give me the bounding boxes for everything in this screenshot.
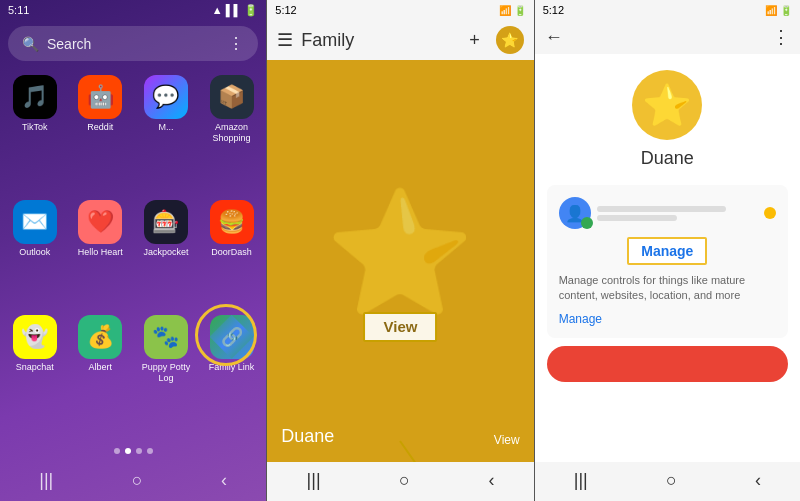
manage-label-box: Manage [627,237,707,265]
view-small-label[interactable]: View [494,433,520,447]
panel2-title: Family [301,30,461,51]
status-icons-3: 📶 🔋 [765,4,792,16]
view-button-label: View [384,318,418,335]
back-nav-icon[interactable]: ← [545,27,563,48]
battery-icon-3: 🔋 [780,5,792,16]
home-icon-3[interactable]: ○ [666,470,677,491]
more-options-icon[interactable]: ⋮ [772,26,790,48]
app-doordash[interactable]: 🍔 DoorDash [203,200,261,306]
app-grid: 🎵 TikTok 🤖 Reddit 💬 M... 📦 Amazon Shoppi… [0,67,266,440]
panel-1-home-screen: 5:11 ▲ ▌▌ 🔋 🔍 Search ⋮ 🎵 TikTok 🤖 Reddit… [0,0,266,501]
app-amazon[interactable]: 📦 Amazon Shopping [203,75,261,192]
plus-icon[interactable]: + [469,30,480,51]
panel-3-familylink-detail: 5:12 📶 🔋 ← ⋮ ⭐ Duane 👤 [535,0,800,501]
panel2-header: ☰ Family + ⭐ [267,20,533,60]
albert-label: Albert [89,362,113,373]
recents-icon-3[interactable]: ||| [574,470,588,491]
svg-line-0 [400,441,452,462]
page-dot-1 [114,448,120,454]
manage-label-text: Manage [641,243,693,259]
manage-link[interactable]: Manage [559,312,776,326]
green-dot-icon [581,217,593,229]
user-avatar[interactable]: ⭐ [496,26,524,54]
outlook-label: Outlook [19,247,50,258]
app-jackpocket[interactable]: 🎰 Jackpocket [137,200,195,306]
family-main-area: ⭐ View Duane View [267,60,533,462]
time-3: 5:12 [543,4,564,16]
battery-icon-2: 🔋 [514,5,526,16]
red-action-button[interactable] [547,346,788,382]
helloheart-label: Hello Heart [78,247,123,258]
wifi-icon-2: 📶 [499,5,511,16]
doordash-icon: 🍔 [210,200,254,244]
outlook-icon: ✉️ [13,200,57,244]
app-tiktok[interactable]: 🎵 TikTok [6,75,64,192]
recents-icon-1[interactable]: ||| [39,470,53,491]
app-outlook[interactable]: ✉️ Outlook [6,200,64,306]
view-label-box: View [364,312,438,342]
back-icon-3[interactable]: ‹ [755,470,761,491]
page-dot-3 [136,448,142,454]
status-bar-1: 5:11 ▲ ▌▌ 🔋 [0,0,266,20]
status-icons-2: 📶 🔋 [499,4,526,16]
nav-bar-2: ||| ○ ‹ [267,462,533,501]
search-label: Search [47,36,91,52]
tiktok-label: TikTok [22,122,48,133]
manage-label-row: Manage [559,237,776,265]
snapchat-icon: 👻 [13,315,57,359]
search-bar[interactable]: 🔍 Search ⋮ [8,26,258,61]
view-annotation: View [364,312,438,342]
duane-name-label: Duane [641,148,694,169]
messenger-label: M... [158,122,173,133]
nav-bar-3: ||| ○ ‹ [535,462,800,501]
app-familylink[interactable]: 🔗 Family Link [203,315,261,432]
wifi-icon-1: ▲ [212,4,223,16]
status-bar-2: 5:12 📶 🔋 [267,0,533,20]
doordash-label: DoorDash [211,247,252,258]
panel3-header: ← ⋮ [535,20,800,54]
status-bar-3: 5:12 📶 🔋 [535,0,800,20]
jackpocket-label: Jackpocket [143,247,188,258]
tiktok-icon: 🎵 [13,75,57,119]
hamburger-icon[interactable]: ☰ [277,29,293,51]
albert-icon: 💰 [78,315,122,359]
star-background: ⭐ [325,183,475,324]
app-helloheart[interactable]: ❤️ Hello Heart [72,200,130,306]
app-reddit[interactable]: 🤖 Reddit [72,75,130,192]
manage-card-icons: 👤 [559,197,776,229]
back-icon-1[interactable]: ‹ [221,470,227,491]
fl-diamond: 🔗 [210,315,254,359]
search-icon: 🔍 [22,36,39,52]
helloheart-icon: ❤️ [78,200,122,244]
manage-description: Manage controls for things like mature c… [559,273,776,304]
amazon-label: Amazon Shopping [203,122,261,144]
page-indicators [0,440,266,462]
home-icon-1[interactable]: ○ [132,470,143,491]
status-icons-1: ▲ ▌▌ 🔋 [212,4,258,17]
page-dot-2 [125,448,131,454]
app-snapchat[interactable]: 👻 Snapchat [6,315,64,432]
reddit-icon: 🤖 [78,75,122,119]
familylink-label: Family Link [209,362,255,373]
app-puppypotty[interactable]: 🐾 Puppy Potty Log [137,315,195,432]
back-icon-2[interactable]: ‹ [488,470,494,491]
star-shape-icon: ⭐ [325,185,475,319]
panel3-main-content: ⭐ Duane 👤 Manage Manage controls for thi… [535,54,800,462]
puppypotty-label: Puppy Potty Log [137,362,195,384]
wifi-icon-3: 📶 [765,5,777,16]
signal-icon-1: ▌▌ [226,4,242,16]
puppypotty-icon: 🐾 [144,315,188,359]
messenger-icon: 💬 [144,75,188,119]
amazon-icon: 📦 [210,75,254,119]
page-dot-4 [147,448,153,454]
snapchat-label: Snapchat [16,362,54,373]
duane-label-panel2: Duane [281,426,334,447]
recents-icon-2[interactable]: ||| [307,470,321,491]
reddit-label: Reddit [87,122,113,133]
bar-2 [597,215,678,221]
app-messenger[interactable]: 💬 M... [137,75,195,192]
jackpocket-icon: 🎰 [144,200,188,244]
home-icon-2[interactable]: ○ [399,470,410,491]
more-dots-icon[interactable]: ⋮ [228,34,244,53]
app-albert[interactable]: 💰 Albert [72,315,130,432]
